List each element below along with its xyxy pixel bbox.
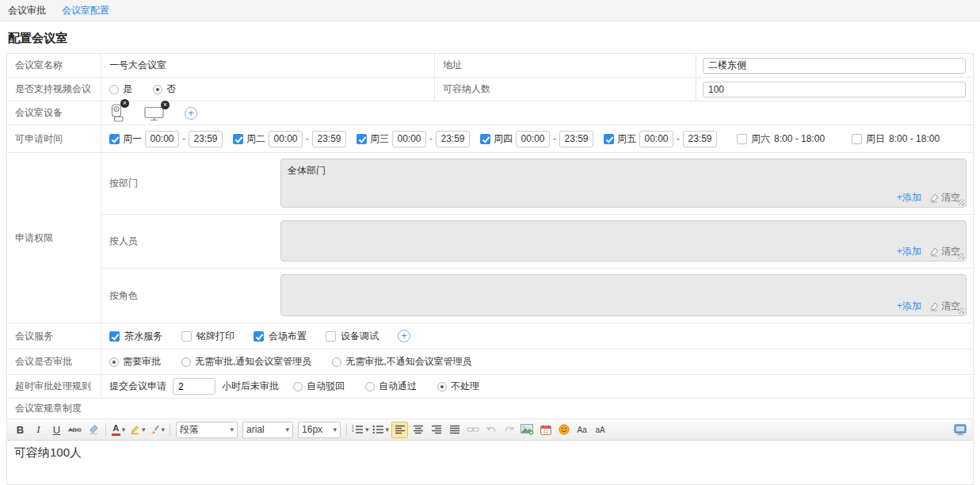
radio-icon[interactable] — [109, 85, 119, 94]
link-button[interactable] — [464, 422, 481, 438]
day-checkbox[interactable] — [852, 134, 862, 144]
remove-equipment-icon[interactable]: × — [161, 101, 170, 109]
checkbox-icon[interactable] — [181, 331, 192, 342]
role-list-box[interactable] — [280, 274, 967, 316]
approval-option-required[interactable]: 需要审批 — [109, 355, 161, 369]
day-checkbox[interactable] — [109, 134, 120, 144]
video-yes-option[interactable]: 是 — [109, 82, 132, 96]
service-label: 铭牌打印 — [196, 330, 235, 343]
radio-icon[interactable] — [332, 357, 341, 367]
radio-icon[interactable] — [181, 357, 191, 367]
day-start-input[interactable] — [269, 131, 303, 147]
service-option-tea[interactable]: 茶水服务 — [109, 330, 162, 343]
service-option-setup[interactable]: 会场布置 — [254, 330, 307, 343]
align-center-button[interactable] — [410, 422, 426, 438]
rules-label: 会议室规章制度 — [7, 399, 973, 418]
video-yes-label: 是 — [123, 82, 132, 96]
redo-button[interactable] — [501, 422, 517, 438]
service-option-debug[interactable]: 设备调试 — [326, 330, 379, 343]
approval-option-no-notify[interactable]: 无需审批,不通知会议室管理员 — [332, 355, 471, 369]
day-end-input[interactable] — [312, 131, 346, 147]
nav-tab-meeting-approval[interactable]: 会议审批 — [8, 4, 46, 17]
remove-format-button[interactable] — [85, 422, 101, 438]
font-size-dropdown[interactable]: 16px ▾ — [298, 422, 341, 438]
checkbox-icon[interactable] — [109, 331, 120, 342]
clear-role-link[interactable]: 清空 — [929, 300, 960, 313]
add-department-link[interactable]: +添加 — [897, 191, 921, 204]
chevron-down-icon: ▾ — [162, 426, 166, 433]
approval-option-notify[interactable]: 无需审批,通知会议室管理员 — [181, 355, 311, 369]
day-start-input[interactable] — [392, 131, 426, 147]
fullscreen-button[interactable] — [951, 422, 968, 438]
day-checkbox[interactable] — [233, 134, 243, 144]
uppercase-button[interactable]: Aa — [574, 422, 590, 438]
insert-image-button[interactable] — [519, 422, 536, 438]
radio-icon[interactable] — [365, 382, 375, 391]
font-color-glyph: A — [112, 424, 119, 433]
day-checkbox[interactable] — [480, 134, 490, 144]
checkbox-icon[interactable] — [254, 331, 264, 342]
radio-icon[interactable] — [437, 382, 447, 391]
emoticon-button[interactable] — [555, 422, 572, 438]
timeout-option-none[interactable]: 不处理 — [437, 380, 479, 393]
day-end-input[interactable] — [683, 131, 717, 147]
paragraph-format-dropdown[interactable]: 段落 ▾ — [176, 422, 238, 438]
add-person-link[interactable]: +添加 — [897, 245, 921, 258]
day-checkbox[interactable] — [737, 134, 747, 144]
day-checkbox[interactable] — [604, 134, 614, 144]
undo-button[interactable] — [482, 422, 499, 438]
align-justify-button[interactable] — [446, 422, 463, 438]
underline-button[interactable]: U — [48, 422, 65, 438]
day-end-input[interactable] — [559, 131, 593, 147]
equipment-item: × — [144, 105, 164, 121]
address-input[interactable] — [703, 58, 966, 74]
font-color-button[interactable]: A ▾ — [110, 422, 127, 438]
align-left-button[interactable] — [391, 422, 408, 438]
clear-person-link[interactable]: 清空 — [929, 245, 960, 258]
checkbox-icon[interactable] — [326, 331, 336, 342]
approval-option-label: 需要审批 — [123, 355, 161, 369]
font-color-bar — [112, 433, 120, 436]
clear-department-link[interactable]: 清空 — [929, 191, 960, 204]
service-option-nameplate[interactable]: 铭牌打印 — [181, 330, 235, 343]
italic-button[interactable]: I — [30, 422, 47, 438]
numbered-list-button[interactable]: 12 ▾ — [351, 422, 370, 438]
bold-button[interactable]: B — [12, 422, 29, 438]
highlight-color-button[interactable]: ▾ — [128, 422, 147, 438]
nav-tab-room-config[interactable]: 会议室配置 — [62, 4, 109, 17]
radio-icon[interactable] — [153, 85, 162, 94]
timeout-option-reject[interactable]: 自动驳回 — [293, 380, 345, 393]
editor-content[interactable]: 可容纳100人 — [7, 441, 973, 484]
equipment-label: 会议室设备 — [7, 101, 101, 124]
day-start-input[interactable] — [639, 131, 673, 147]
day-end-input[interactable] — [189, 131, 223, 147]
brush-button[interactable]: ▾ — [148, 422, 166, 438]
address-label: 地址 — [435, 54, 696, 77]
add-service-button[interactable]: + — [398, 330, 410, 342]
timeout-option-pass[interactable]: 自动通过 — [365, 380, 417, 393]
bullet-list-button[interactable]: ▾ — [372, 422, 391, 438]
strikethrough-button[interactable]: ABC — [67, 422, 83, 438]
video-no-option[interactable]: 否 — [153, 82, 176, 96]
row-rules-header: 会议室规章制度 — [7, 399, 973, 419]
add-equipment-button[interactable]: + — [185, 107, 197, 120]
day-start-input[interactable] — [516, 131, 550, 147]
day-start-input[interactable] — [145, 131, 179, 147]
schedule-label: 可申请时间 — [7, 125, 101, 152]
radio-icon[interactable] — [109, 357, 119, 367]
capacity-input[interactable] — [703, 82, 966, 97]
timeout-hours-input[interactable] — [173, 378, 215, 395]
person-list-box[interactable] — [280, 220, 967, 262]
row-video: 是否支持视频会议 是 否 可容纳人数 — [7, 78, 973, 101]
lowercase-button[interactable]: aA — [592, 422, 608, 438]
radio-icon[interactable] — [293, 382, 303, 391]
remove-equipment-icon[interactable]: × — [120, 99, 129, 108]
align-right-button[interactable] — [428, 422, 444, 438]
add-role-link[interactable]: +添加 — [897, 300, 921, 313]
font-family-dropdown[interactable]: arial ▾ — [242, 422, 293, 438]
approval-option-label: 无需审批,通知会议室管理员 — [195, 355, 311, 369]
day-end-input[interactable] — [436, 131, 470, 147]
department-list-box[interactable]: 全体部门 — [280, 158, 967, 208]
insert-date-button[interactable] — [537, 422, 554, 438]
day-checkbox[interactable] — [357, 134, 367, 144]
